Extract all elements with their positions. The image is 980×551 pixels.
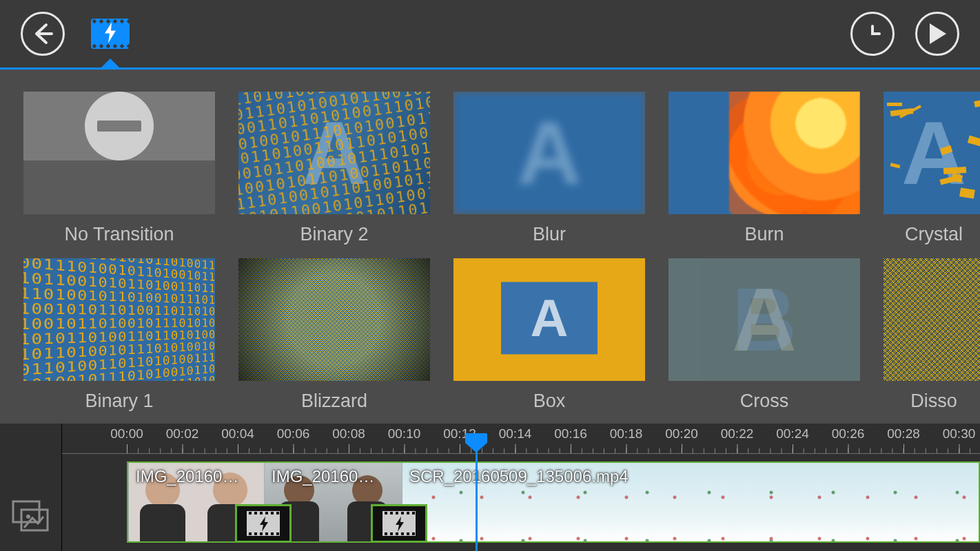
svg-rect-23 [390, 512, 393, 514]
svg-rect-4 [247, 511, 280, 515]
svg-rect-27 [412, 512, 415, 514]
svg-rect-29 [390, 532, 393, 535]
transition-box[interactable]: BABox [453, 258, 645, 424]
timeline-body[interactable]: 00:0000:0200:0400:0600:0800:1000:1200:14… [62, 424, 980, 551]
svg-rect-14 [260, 532, 263, 535]
transition-thumb: A [668, 92, 860, 214]
transition-label: Binary 1 [85, 391, 153, 412]
svg-rect-12 [249, 532, 252, 535]
svg-point-2 [26, 514, 30, 519]
svg-rect-24 [396, 512, 398, 514]
ruler-tick-label: 00:22 [721, 426, 754, 441]
clip[interactable]: SCR_20160509_135006.mp4 [402, 463, 980, 541]
transition-none[interactable]: No Transition [23, 92, 215, 257]
svg-rect-13 [254, 532, 257, 535]
transition-binary1[interactable]: A101101010011101001011010010111010100101… [23, 258, 215, 424]
transition-label: Blizzard [301, 391, 367, 412]
svg-rect-8 [260, 512, 263, 514]
timeline: 00:0000:0200:0400:0600:0800:1000:1200:14… [0, 424, 980, 551]
transition-thumb [884, 258, 980, 381]
ruler-tick-label: 00:02 [166, 426, 199, 441]
transition-thumb: BA [453, 258, 645, 381]
ruler-tick-label: 00:10 [388, 426, 421, 441]
transition-badge[interactable] [371, 504, 427, 543]
play-icon [927, 22, 948, 45]
transition-crystal[interactable]: ACrystal [884, 92, 980, 257]
transition-label: Box [533, 391, 566, 412]
ruler-tick-label: 00:18 [610, 426, 643, 441]
transition-label: Burn [744, 224, 784, 245]
transition-cross[interactable]: BACross [668, 258, 860, 424]
transition-thumb [238, 258, 430, 381]
svg-rect-15 [265, 532, 268, 535]
transition-blizzard[interactable]: Blizzard [238, 258, 430, 424]
transition-thumb [23, 92, 215, 214]
svg-rect-33 [412, 532, 415, 535]
ruler-tick-label: 00:14 [499, 426, 532, 441]
svg-rect-26 [407, 512, 409, 514]
svg-rect-10 [271, 512, 274, 514]
transition-thumb: A [884, 92, 980, 214]
transition-thumb: A [453, 92, 645, 214]
svg-rect-32 [407, 532, 409, 535]
svg-rect-20 [382, 511, 416, 515]
svg-rect-22 [385, 512, 387, 514]
timeline-left-gutter [0, 424, 62, 551]
transition-thumb: A101101010011101001011010010111010100101… [23, 258, 215, 381]
time-ruler[interactable]: 00:0000:0200:0400:0600:0800:1000:1200:14… [127, 424, 980, 454]
add-media-button[interactable] [12, 500, 50, 532]
svg-rect-30 [396, 532, 398, 535]
svg-rect-25 [401, 512, 404, 514]
ruler-tick-label: 00:04 [221, 426, 254, 441]
back-button[interactable] [21, 12, 65, 56]
transition-label: Cross [740, 391, 789, 412]
svg-rect-17 [276, 532, 279, 535]
video-track[interactable]: IMG_20160…IMG_20160…SCR_20160509_135006.… [127, 461, 980, 543]
svg-rect-11 [276, 512, 279, 514]
transition-thumb: BA [668, 258, 860, 381]
ruler-tick-label: 00:16 [554, 426, 587, 441]
svg-rect-5 [247, 532, 280, 536]
transition-burn[interactable]: ABurn [668, 92, 860, 257]
clip-title: IMG_20160… [136, 467, 238, 486]
transition-badge[interactable] [235, 504, 292, 543]
top-toolbar [0, 0, 980, 67]
transition-label: Crystal [905, 224, 963, 245]
svg-rect-0 [13, 501, 39, 522]
ruler-tick-label: 00:08 [332, 426, 365, 441]
svg-rect-21 [382, 532, 416, 536]
ruler-tick-label: 00:26 [832, 426, 865, 441]
transitions-panel: No TransitionA10110101001110100101101001… [0, 70, 980, 424]
ruler-tick-label: 00:24 [776, 426, 809, 441]
transition-dissolve[interactable]: Disso [884, 258, 980, 424]
transition-label: No Transition [64, 224, 174, 245]
ruler-tick-label: 00:20 [665, 426, 698, 441]
svg-rect-28 [385, 532, 387, 535]
history-button[interactable] [850, 12, 895, 56]
svg-rect-6 [249, 512, 252, 514]
ruler-tick-label: 00:30 [943, 426, 976, 441]
film-transition-icon [91, 19, 130, 49]
svg-rect-31 [401, 532, 404, 535]
ruler-tick-label: 00:00 [110, 426, 143, 441]
svg-rect-16 [271, 532, 274, 535]
clip-title: IMG_20160… [272, 467, 374, 486]
transition-thumb: A101101010011101001011010010111010100101… [238, 92, 430, 214]
transition-blur[interactable]: ABlur [453, 92, 645, 257]
svg-rect-9 [265, 512, 268, 514]
transition-label: Disso [910, 391, 957, 412]
arrow-left-icon [31, 22, 54, 45]
ruler-tick-label: 00:28 [887, 426, 920, 441]
transition-label: Blur [533, 224, 566, 245]
play-button[interactable] [915, 12, 959, 56]
transitions-tab[interactable] [85, 10, 135, 57]
transition-binary2[interactable]: A101101010011101001011010010111010100101… [238, 92, 430, 257]
clock-icon [859, 20, 886, 48]
transition-label: Binary 2 [300, 224, 368, 245]
clip-title: SCR_20160509_135006.mp4 [409, 467, 629, 486]
svg-rect-7 [254, 512, 257, 514]
ruler-tick-label: 00:06 [277, 426, 310, 441]
